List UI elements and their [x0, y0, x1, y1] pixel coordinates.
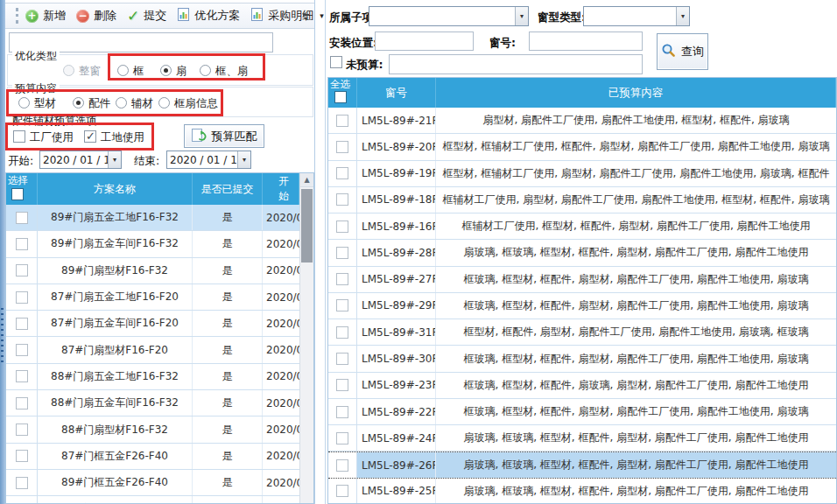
- site-use-checkbox[interactable]: [84, 130, 96, 143]
- select-all-checkbox[interactable]: [11, 188, 24, 200]
- window-table-row[interactable]: LM5L-89#-24F22扇玻璃, 框玻璃, 框型材, 框配件, 扇型材, 扇…: [328, 425, 836, 452]
- radio-frame[interactable]: [117, 65, 129, 76]
- sub-item-combobox[interactable]: ▾: [369, 6, 529, 26]
- plan-table-row[interactable]: 88#门扇型材F16-F32是2020/0: [6, 416, 299, 443]
- radio-profile[interactable]: [18, 97, 30, 108]
- window-table-row[interactable]: LM5L-89#-20F18框型材, 框辅材工厂使用, 框配件, 扇型材, 扇配…: [328, 134, 836, 160]
- plan-table-row[interactable]: 89#门扇型材F16-F32是2020/0: [6, 258, 299, 284]
- row-checkbox[interactable]: [16, 450, 28, 462]
- row-checkbox[interactable]: [16, 344, 28, 356]
- chevron-down-icon[interactable]: ▾: [320, 11, 324, 20]
- row-checkbox[interactable]: [336, 353, 348, 365]
- add-button[interactable]: + 新增: [25, 8, 66, 24]
- plan-name-column-header[interactable]: 方案名称: [38, 173, 193, 205]
- row-checkbox[interactable]: [336, 379, 348, 391]
- window-table-row[interactable]: LM5L-89#-28F26扇玻璃, 框玻璃, 框型材, 框配件, 扇型材, 扇…: [328, 240, 836, 266]
- radio-frame-sash-info[interactable]: [158, 97, 170, 108]
- plan-table-row[interactable]: 87#门扇型材F16-F20是2020/0: [6, 337, 299, 363]
- scrollbar-thumb[interactable]: [301, 189, 313, 262]
- radio-auxiliary[interactable]: [116, 97, 127, 108]
- row-checkbox[interactable]: [336, 273, 348, 285]
- site-use-label: 工地使用: [101, 131, 144, 144]
- optimize-plan-button[interactable]: 优化方案: [177, 8, 240, 24]
- plan-table-row[interactable]: 88#门扇五金车间F16-F32是2020/0: [6, 390, 299, 416]
- window-table-row[interactable]: LM5L-89#-31F29框型材, 框配件, 扇型材, 扇配件工厂使用, 扇配…: [328, 319, 836, 346]
- chevron-down-icon[interactable]: ▾: [676, 7, 689, 25]
- no-budget-input[interactable]: [389, 54, 643, 74]
- splitter-grip[interactable]: [1, 308, 4, 362]
- delete-button[interactable]: − 删除: [76, 8, 116, 24]
- start-date-picker[interactable]: 2020 / 01 / 1 ▾: [39, 150, 122, 169]
- row-checkbox[interactable]: [336, 326, 348, 339]
- install-position-input[interactable]: [375, 32, 474, 51]
- window-table-row[interactable]: LM5L-89#-27F25框玻璃, 框型材, 框配件, 扇型材, 扇配件工厂使…: [328, 267, 836, 293]
- plan-table-row[interactable]: 89#门扇五金车间F16-F32是2020/0: [6, 231, 299, 257]
- row-checkbox[interactable]: [336, 193, 348, 206]
- select-all-checkbox[interactable]: [334, 91, 347, 103]
- row-checkbox[interactable]: [16, 370, 28, 382]
- no-budget-checkbox[interactable]: [330, 56, 342, 68]
- window-table-row[interactable]: LM5L-89#-26F24扇玻璃, 框玻璃, 框型材, 框配件, 扇型材, 扇…: [328, 452, 836, 478]
- plan-table-row[interactable]: 87#门扇五金工地F16-F20是2020/0: [6, 284, 299, 311]
- chevron-down-icon[interactable]: ▾: [108, 151, 121, 168]
- row-checkbox[interactable]: [336, 247, 348, 259]
- plan-table-row[interactable]: 89#门扇五金工地F16-F32是2020/0: [6, 205, 299, 231]
- row-checkbox[interactable]: [336, 432, 348, 444]
- end-date-picker[interactable]: 2020 / 01 / 13 ▾: [166, 150, 251, 169]
- radio-frame-sash[interactable]: [200, 65, 211, 76]
- row-checkbox[interactable]: [336, 220, 348, 233]
- window-table-row[interactable]: LM5L-89#-23F21框玻璃, 框型材, 框配件, 扇玻璃, 扇型材, 扇…: [328, 373, 836, 399]
- row-select-cell: [328, 267, 357, 292]
- chevron-down-icon[interactable]: ▾: [515, 7, 528, 25]
- radio-whole-window[interactable]: [63, 65, 74, 76]
- toolbar-overflow-button[interactable]: ▾: [300, 10, 312, 25]
- row-checkbox[interactable]: [16, 264, 28, 276]
- factory-use-checkbox[interactable]: [13, 130, 25, 143]
- plan-table-row[interactable]: 89#门框五金F26-F40是2020/0: [6, 470, 299, 496]
- row-checkbox[interactable]: [336, 141, 348, 153]
- window-table-row[interactable]: LM5L-89#-21F19扇型材, 扇配件工厂使用, 扇配件工地使用, 框型材…: [328, 108, 836, 134]
- row-checkbox[interactable]: [16, 212, 28, 224]
- scroll-up-icon[interactable]: ▲: [300, 173, 313, 187]
- sub-item-input[interactable]: [369, 7, 515, 25]
- radio-accessory[interactable]: [73, 97, 84, 108]
- row-checkbox[interactable]: [16, 424, 28, 436]
- window-table-row[interactable]: LM5L-89#-22F20框玻璃, 框型材, 框配件, 扇型材, 扇配件工厂使…: [328, 399, 836, 425]
- plan-table-row[interactable]: 88#门框五金F21-F40是2020/0: [6, 496, 299, 504]
- row-checkbox[interactable]: [16, 238, 28, 250]
- row-checkbox[interactable]: [16, 397, 28, 410]
- window-table-row[interactable]: LM5L-89#-18F16框辅材工厂使用, 扇型材, 扇配件工厂使用, 扇配件…: [328, 187, 836, 214]
- radio-sash[interactable]: [160, 65, 172, 76]
- row-checkbox[interactable]: [336, 406, 348, 418]
- row-checkbox[interactable]: [16, 291, 28, 304]
- row-checkbox[interactable]: [336, 115, 348, 127]
- row-checkbox[interactable]: [336, 299, 348, 312]
- row-checkbox[interactable]: [336, 485, 348, 497]
- plan-table-row[interactable]: 87#门框五金F26-F40是2020/0: [6, 444, 299, 470]
- window-table-row[interactable]: LM5L-89#-25F23扇玻璃, 框玻璃, 框型材, 框配件, 扇型材, 扇…: [328, 479, 836, 504]
- start-column-header[interactable]: 开始: [263, 173, 299, 205]
- toolbar-grip[interactable]: [16, 8, 18, 24]
- window-table-row[interactable]: LM5L-89#-19F17框型材, 框辅材工厂使用, 扇型材, 扇配件工厂使用…: [328, 161, 836, 187]
- window-type-combobox[interactable]: ▾: [583, 6, 690, 26]
- purchase-detail-button[interactable]: 采购明细 ▾: [250, 8, 324, 24]
- budget-match-button[interactable]: 预算匹配: [184, 124, 264, 148]
- chevron-down-icon[interactable]: ▾: [237, 151, 250, 168]
- plan-table-scrollbar[interactable]: ▲: [299, 173, 313, 503]
- window-no-column-header[interactable]: 窗号: [357, 78, 436, 108]
- row-checkbox[interactable]: [16, 477, 28, 489]
- query-button[interactable]: 查询: [657, 33, 708, 70]
- row-checkbox[interactable]: [336, 167, 348, 179]
- window-no-input[interactable]: [529, 32, 643, 51]
- row-checkbox[interactable]: [16, 318, 28, 330]
- window-table-row[interactable]: LM5L-89#-29F27框玻璃, 框型材, 框配件, 扇型材, 扇配件工厂使…: [328, 293, 836, 319]
- window-table-row[interactable]: LM5L-89#-30F28框玻璃, 框型材, 框配件, 扇型材, 扇配件工厂使…: [328, 346, 836, 372]
- submitted-column-header[interactable]: 是否已提交: [193, 173, 263, 205]
- plan-table-row[interactable]: 88#门扇五金工地F16-F32是2020/0: [6, 364, 299, 390]
- window-table-row[interactable]: LM5L-89#-16F15框辅材工厂使用, 框型材, 框配件, 扇型材, 扇配…: [328, 214, 836, 240]
- window-type-input[interactable]: [584, 7, 676, 25]
- budgeted-content-column-header[interactable]: 已预算内容: [436, 78, 836, 108]
- plan-table-row[interactable]: 87#门扇五金车间F16-F20是2020/0: [6, 311, 299, 337]
- row-checkbox[interactable]: [336, 459, 348, 472]
- submit-button[interactable]: ✓ 提交: [127, 8, 166, 24]
